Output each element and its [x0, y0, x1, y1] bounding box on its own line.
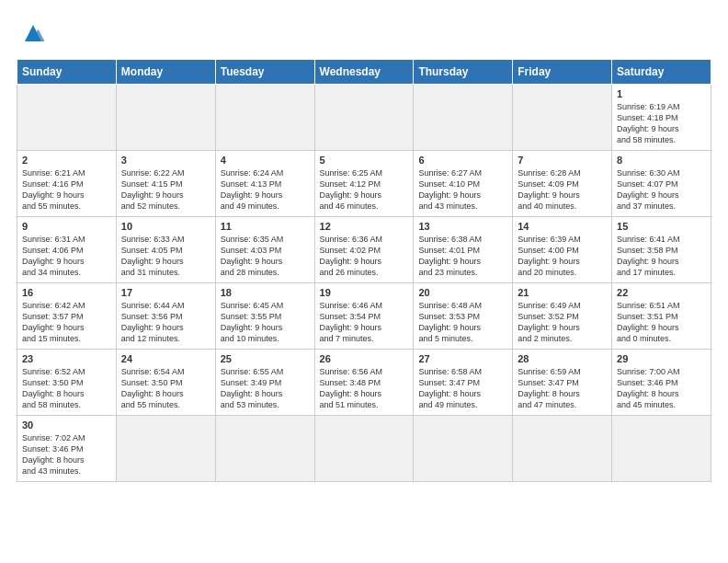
day-info: Sunrise: 6:52 AM Sunset: 3:50 PM Dayligh…: [22, 366, 111, 411]
day-number: 30: [22, 419, 111, 431]
day-info: Sunrise: 6:59 AM Sunset: 3:47 PM Dayligh…: [518, 366, 607, 411]
calendar-cell: 5Sunrise: 6:25 AM Sunset: 4:12 PM Daylig…: [314, 151, 414, 217]
day-info: Sunrise: 6:19 AM Sunset: 4:18 PM Dayligh…: [617, 101, 706, 146]
day-number: 20: [418, 287, 507, 298]
day-info: Sunrise: 6:38 AM Sunset: 4:01 PM Dayligh…: [418, 234, 507, 279]
day-info: Sunrise: 7:02 AM Sunset: 3:46 PM Dayligh…: [22, 432, 111, 477]
day-number: 24: [121, 353, 210, 364]
calendar-cell: [314, 85, 414, 151]
calendar-cell: 6Sunrise: 6:27 AM Sunset: 4:10 PM Daylig…: [414, 151, 513, 217]
day-number: 16: [22, 287, 111, 298]
week-row-6: 30Sunrise: 7:02 AM Sunset: 3:46 PM Dayli…: [17, 416, 711, 482]
calendar-cell: 23Sunrise: 6:52 AM Sunset: 3:50 PM Dayli…: [17, 350, 117, 416]
day-number: 13: [418, 221, 507, 232]
logo: [17, 17, 55, 50]
calendar-cell: 12Sunrise: 6:36 AM Sunset: 4:02 PM Dayli…: [314, 217, 414, 283]
calendar-cell: [314, 416, 414, 482]
calendar-cell: 3Sunrise: 6:22 AM Sunset: 4:15 PM Daylig…: [116, 151, 215, 217]
day-number: 5: [320, 155, 409, 166]
calendar-cell: [414, 85, 513, 151]
day-info: Sunrise: 7:00 AM Sunset: 3:46 PM Dayligh…: [617, 366, 706, 411]
calendar-cell: 30Sunrise: 7:02 AM Sunset: 3:46 PM Dayli…: [17, 416, 117, 482]
day-info: Sunrise: 6:44 AM Sunset: 3:56 PM Dayligh…: [121, 300, 210, 345]
calendar-cell: 18Sunrise: 6:45 AM Sunset: 3:55 PM Dayli…: [215, 283, 314, 350]
week-row-4: 16Sunrise: 6:42 AM Sunset: 3:57 PM Dayli…: [17, 283, 711, 350]
calendar-cell: 1Sunrise: 6:19 AM Sunset: 4:18 PM Daylig…: [612, 85, 711, 151]
calendar-cell: 13Sunrise: 6:38 AM Sunset: 4:01 PM Dayli…: [414, 217, 513, 283]
day-info: Sunrise: 6:41 AM Sunset: 3:58 PM Dayligh…: [617, 234, 706, 279]
day-number: 10: [121, 221, 210, 232]
calendar-cell: [414, 416, 513, 482]
calendar-cell: 9Sunrise: 6:31 AM Sunset: 4:06 PM Daylig…: [17, 217, 117, 283]
day-info: Sunrise: 6:55 AM Sunset: 3:49 PM Dayligh…: [221, 366, 310, 411]
day-number: 29: [617, 353, 706, 364]
day-info: Sunrise: 6:46 AM Sunset: 3:54 PM Dayligh…: [320, 300, 409, 345]
day-number: 11: [221, 221, 310, 232]
week-row-2: 2Sunrise: 6:21 AM Sunset: 4:16 PM Daylig…: [17, 151, 711, 217]
calendar-cell: 10Sunrise: 6:33 AM Sunset: 4:05 PM Dayli…: [116, 217, 215, 283]
weekday-header-friday: Friday: [513, 60, 612, 85]
day-number: 19: [320, 287, 409, 298]
day-info: Sunrise: 6:36 AM Sunset: 4:02 PM Dayligh…: [320, 234, 409, 279]
weekday-header-wednesday: Wednesday: [314, 60, 414, 85]
weekday-header-monday: Monday: [116, 60, 215, 85]
day-number: 17: [121, 287, 210, 298]
day-number: 1: [617, 88, 706, 99]
calendar-cell: [612, 416, 711, 482]
weekday-header-saturday: Saturday: [612, 60, 711, 85]
calendar-cell: 7Sunrise: 6:28 AM Sunset: 4:09 PM Daylig…: [513, 151, 612, 217]
day-info: Sunrise: 6:54 AM Sunset: 3:50 PM Dayligh…: [121, 366, 210, 411]
calendar-cell: [116, 85, 215, 151]
day-number: 25: [221, 353, 310, 364]
day-info: Sunrise: 6:39 AM Sunset: 4:00 PM Dayligh…: [518, 234, 607, 279]
day-info: Sunrise: 6:51 AM Sunset: 3:51 PM Dayligh…: [617, 300, 706, 345]
day-number: 7: [518, 155, 607, 166]
day-info: Sunrise: 6:25 AM Sunset: 4:12 PM Dayligh…: [320, 167, 409, 213]
calendar-cell: [116, 416, 215, 482]
day-number: 15: [617, 221, 706, 232]
day-info: Sunrise: 6:58 AM Sunset: 3:47 PM Dayligh…: [418, 366, 507, 411]
calendar-cell: 15Sunrise: 6:41 AM Sunset: 3:58 PM Dayli…: [612, 217, 711, 283]
day-info: Sunrise: 6:33 AM Sunset: 4:05 PM Dayligh…: [121, 234, 210, 279]
day-number: 3: [121, 155, 210, 166]
weekday-header-sunday: Sunday: [17, 60, 117, 85]
day-info: Sunrise: 6:22 AM Sunset: 4:15 PM Dayligh…: [121, 167, 210, 213]
day-number: 26: [320, 353, 409, 364]
calendar-cell: 20Sunrise: 6:48 AM Sunset: 3:53 PM Dayli…: [414, 283, 513, 350]
calendar-cell: 4Sunrise: 6:24 AM Sunset: 4:13 PM Daylig…: [215, 151, 314, 217]
day-info: Sunrise: 6:28 AM Sunset: 4:09 PM Dayligh…: [518, 167, 607, 213]
calendar-cell: 21Sunrise: 6:49 AM Sunset: 3:52 PM Dayli…: [513, 283, 612, 350]
week-row-5: 23Sunrise: 6:52 AM Sunset: 3:50 PM Dayli…: [17, 350, 711, 416]
calendar-cell: [513, 416, 612, 482]
day-number: 27: [418, 353, 507, 364]
calendar-cell: [513, 85, 612, 151]
day-number: 2: [22, 155, 111, 166]
calendar-cell: [215, 416, 314, 482]
day-info: Sunrise: 6:31 AM Sunset: 4:06 PM Dayligh…: [22, 234, 111, 279]
day-number: 4: [221, 155, 310, 166]
calendar-table: SundayMondayTuesdayWednesdayThursdayFrid…: [17, 59, 711, 482]
day-number: 18: [221, 287, 310, 298]
day-number: 22: [617, 287, 706, 298]
weekday-header-tuesday: Tuesday: [215, 60, 314, 85]
calendar-cell: 19Sunrise: 6:46 AM Sunset: 3:54 PM Dayli…: [314, 283, 414, 350]
day-info: Sunrise: 6:45 AM Sunset: 3:55 PM Dayligh…: [221, 300, 310, 345]
day-info: Sunrise: 6:30 AM Sunset: 4:07 PM Dayligh…: [617, 167, 706, 213]
calendar-cell: 24Sunrise: 6:54 AM Sunset: 3:50 PM Dayli…: [116, 350, 215, 416]
day-info: Sunrise: 6:56 AM Sunset: 3:48 PM Dayligh…: [320, 366, 409, 411]
day-info: Sunrise: 6:27 AM Sunset: 4:10 PM Dayligh…: [418, 167, 507, 213]
day-number: 23: [22, 353, 111, 364]
day-number: 9: [22, 221, 111, 232]
calendar-cell: 25Sunrise: 6:55 AM Sunset: 3:49 PM Dayli…: [215, 350, 314, 416]
calendar-cell: 29Sunrise: 7:00 AM Sunset: 3:46 PM Dayli…: [612, 350, 711, 416]
calendar-cell: 22Sunrise: 6:51 AM Sunset: 3:51 PM Dayli…: [612, 283, 711, 350]
day-info: Sunrise: 6:35 AM Sunset: 4:03 PM Dayligh…: [221, 234, 310, 279]
day-number: 28: [518, 353, 607, 364]
calendar-cell: 11Sunrise: 6:35 AM Sunset: 4:03 PM Dayli…: [215, 217, 314, 283]
week-row-3: 9Sunrise: 6:31 AM Sunset: 4:06 PM Daylig…: [17, 217, 711, 283]
day-info: Sunrise: 6:24 AM Sunset: 4:13 PM Dayligh…: [221, 167, 310, 213]
weekday-header-row: SundayMondayTuesdayWednesdayThursdayFrid…: [17, 60, 711, 85]
calendar-cell: 16Sunrise: 6:42 AM Sunset: 3:57 PM Dayli…: [17, 283, 117, 350]
calendar-cell: 26Sunrise: 6:56 AM Sunset: 3:48 PM Dayli…: [314, 350, 414, 416]
day-number: 12: [320, 221, 409, 232]
